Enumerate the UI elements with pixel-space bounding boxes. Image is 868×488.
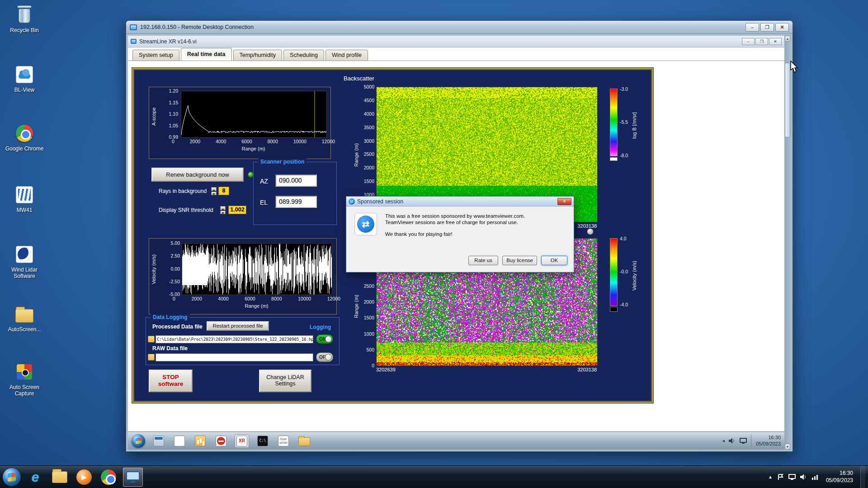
tick-label: 4500	[364, 98, 374, 103]
taskbar-streamline-xr-icon[interactable]: XR	[235, 434, 249, 448]
minimize-button[interactable]: –	[745, 23, 759, 32]
taskbar-grid-app-icon[interactable]	[172, 434, 187, 448]
tab-wind-profile[interactable]: Wind profile	[326, 50, 368, 61]
buy-license-button[interactable]: Buy license	[502, 256, 537, 265]
taskbar-chart-app-icon[interactable]	[193, 434, 208, 448]
tray-flag-icon[interactable]	[777, 474, 784, 480]
show-desktop-button[interactable]	[860, 466, 865, 488]
tab-system-setup[interactable]: System setup	[132, 50, 179, 61]
rdp-scrollbar[interactable]: ▲ ▼	[784, 36, 791, 450]
auto-screen-capture-icon	[14, 361, 35, 382]
tick-label: 5000	[364, 84, 374, 89]
desktop-icon-auto-screen-capture[interactable]: Auto Screen Capture	[4, 361, 45, 397]
backscatter-colorbar-under	[610, 157, 618, 161]
display-icon[interactable]	[740, 438, 747, 444]
remote-start-button[interactable]	[132, 434, 145, 448]
desktop-icon-label: Wind Lidar Software	[4, 267, 45, 279]
snr-spinner[interactable]	[220, 206, 226, 214]
processed-path-field[interactable]: C:\Lidar\Data\Proc\2023\202309\20230905\…	[156, 335, 313, 343]
desktop-icon-autoscreen[interactable]: AutoScreen...	[4, 304, 45, 333]
taskbar-media-player-icon[interactable]: ▶	[74, 468, 94, 487]
renew-background-button[interactable]: Renew background now	[151, 168, 244, 182]
desktop-icon-google-chrome[interactable]: Google Chrome	[4, 123, 45, 152]
desktop-icon-bl-view[interactable]: BL-View	[4, 64, 45, 93]
taskbar-scan-scheduler-icon[interactable]: Scan sched	[276, 434, 291, 448]
tick-label: 2000	[364, 299, 374, 305]
app-minimize-button[interactable]: –	[742, 38, 755, 45]
raw-logging-toggle[interactable]: OFF	[316, 352, 333, 362]
host-clock[interactable]: 16:30 05/09/2023	[823, 470, 856, 484]
app-titlebar[interactable]: StreamLine XR v14-6.vi – ❐ ✕	[128, 36, 784, 47]
taskbar-rdp-icon[interactable]	[123, 468, 143, 487]
dialog-titlebar[interactable]: ⇄ Sponsored session ✕	[346, 197, 574, 206]
start-button[interactable]	[3, 468, 21, 486]
taskbar-chrome-icon[interactable]	[99, 468, 118, 487]
tick-label: 12000	[327, 296, 340, 301]
stop-line1: STOP	[150, 374, 192, 380]
tick-label: 5.00	[171, 240, 180, 246]
el-value-field[interactable]: 089.999	[275, 196, 317, 208]
tick-label: 1.05	[169, 123, 178, 128]
remote-time: 16:30	[756, 435, 781, 441]
scrollbar-thumb[interactable]	[785, 63, 790, 137]
maximize-button[interactable]: ❐	[760, 23, 774, 32]
snr-value-field[interactable]: 1.002	[228, 206, 246, 214]
change-line2: Settings	[260, 380, 311, 387]
taskbar-window-app-icon[interactable]	[151, 434, 166, 448]
tick-label: 12000	[322, 139, 335, 144]
app-restore-button[interactable]: ❐	[755, 38, 768, 45]
tick-label: 0.00	[171, 266, 180, 272]
dialog-close-button[interactable]: ✕	[557, 198, 571, 205]
scroll-down-arrow[interactable]: ▼	[785, 444, 790, 450]
rays-value-field[interactable]: 8	[218, 187, 229, 195]
tray-collapse-icon[interactable]: ◂	[722, 438, 725, 444]
dialog-line1: This was a free session sponsored by www…	[385, 213, 525, 219]
windows-flag-icon	[136, 437, 142, 444]
tab-scheduling[interactable]: Scheduling	[283, 50, 324, 61]
tray-display-icon[interactable]	[788, 474, 796, 480]
processed-logging-toggle[interactable]: ON	[316, 334, 333, 344]
restart-processed-file-button[interactable]: Restart processed file	[207, 321, 269, 331]
speaker-icon[interactable]	[729, 438, 736, 444]
scale-knob[interactable]	[587, 228, 594, 235]
scroll-up-arrow[interactable]: ▲	[785, 36, 790, 42]
tab-real-time-data[interactable]: Real time data	[181, 48, 232, 61]
desktop-icon-label: Google Chrome	[4, 145, 45, 152]
tick-label: 4000	[218, 296, 228, 301]
raw-path-field[interactable]	[156, 353, 313, 361]
browse-folder-icon[interactable]	[148, 354, 155, 361]
rate-us-button[interactable]: Rate us	[468, 256, 498, 265]
remote-desktop-icon	[126, 471, 140, 483]
desktop-icon-recycle-bin[interactable]: Recycle Bin	[4, 5, 45, 33]
tray-expand-icon[interactable]: ▲	[768, 474, 773, 479]
backscatter-range-axis-label: Range (m)	[354, 123, 359, 187]
app-close-button[interactable]: ✕	[769, 38, 782, 45]
colorbar-tick: -5.5	[620, 119, 628, 125]
browse-folder-icon[interactable]	[148, 336, 155, 343]
computer-icon	[130, 24, 137, 30]
tick-label: 1.15	[169, 100, 178, 105]
rdp-titlebar[interactable]: 192.168.0.150 - Remote Desktop Connectio…	[126, 21, 793, 34]
wind-lidar-icon	[14, 244, 35, 265]
tab-temp-humidity[interactable]: Temp/humidity	[233, 50, 283, 61]
velocity-colorbar	[610, 238, 618, 306]
change-lidar-settings-button[interactable]: Change LiDAR Settings	[259, 370, 311, 392]
dialog-line2: TeamViewer sessions are free of charge f…	[385, 220, 518, 225]
desktop-icon-wind-lidar[interactable]: Wind Lidar Software	[4, 244, 45, 279]
taskbar-folder-icon[interactable]	[297, 434, 311, 448]
az-value-field[interactable]: 090.000	[275, 174, 317, 187]
ok-button[interactable]: OK	[541, 256, 567, 265]
stop-software-button[interactable]: STOP software	[149, 370, 193, 392]
taskbar-explorer-icon[interactable]	[50, 468, 70, 487]
desktop-icon-mw41[interactable]: MW41	[4, 184, 45, 213]
close-button[interactable]: ✕	[775, 23, 789, 32]
taskbar-power-off-icon[interactable]	[214, 434, 228, 448]
taskbar-console-icon[interactable]: C:\	[255, 434, 270, 448]
tray-volume-icon[interactable]	[800, 474, 807, 480]
windows-flag-icon	[8, 473, 16, 482]
rays-spinner[interactable]	[211, 187, 217, 195]
taskbar-ie-icon[interactable]: e	[25, 468, 45, 487]
tick-label: 0	[372, 363, 374, 368]
tray-network-icon[interactable]	[811, 474, 819, 480]
remote-clock[interactable]: 16:30 05/09/2023	[751, 435, 781, 447]
